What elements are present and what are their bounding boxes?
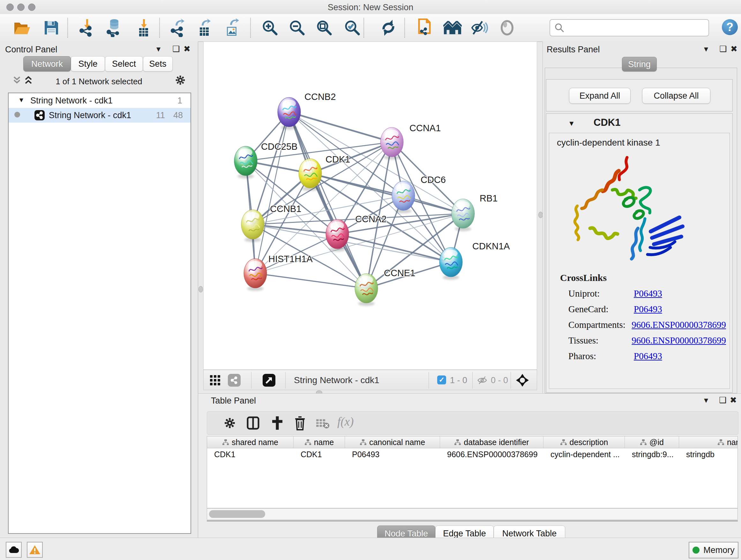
tab-network[interactable]: Network [23,56,71,71]
toolbar-search[interactable] [549,19,709,37]
panel-float-icon[interactable]: ▾ [704,395,708,405]
table-horizontal-scrollbar[interactable] [207,508,738,520]
node-HIST1H1A[interactable] [244,259,267,291]
column-header-description[interactable]: description [543,436,625,448]
open-in-window-icon[interactable] [263,374,275,387]
panel-maximize-icon[interactable]: ❑ [719,44,727,54]
tab-select[interactable]: Select [105,56,143,71]
edge-HIST1H1A-CCNE1[interactable] [255,273,366,288]
help-icon[interactable]: ? [722,19,738,35]
table-cell[interactable]: stringdb:9... [625,448,679,460]
share-view-icon[interactable] [228,374,241,387]
import-database-icon[interactable] [105,18,124,38]
memory-button[interactable]: Memory [689,542,738,558]
zoom-selected-icon[interactable] [343,18,361,38]
node-label-CCNA1: CCNA1 [409,123,441,133]
column-header-canonical-name[interactable]: canonical name [345,436,440,448]
panel-maximize-icon[interactable]: ❑ [719,395,726,405]
panel-close-icon[interactable]: ✖ [730,395,737,405]
network-options-gear-icon[interactable] [175,75,186,85]
edge-CCNB2-HIST1H1A[interactable] [255,112,289,273]
panel-close-icon[interactable]: ✖ [731,44,738,54]
show-columns-icon[interactable] [247,416,259,430]
export-image-icon[interactable] [223,18,242,38]
function-builder-icon[interactable]: f(x) [337,415,354,428]
splitter-handle[interactable] [199,286,203,293]
selected-checkbox-icon[interactable]: ✓ [437,375,446,384]
crosslink-value-link[interactable]: 9606.ENSP00000378699 [631,335,726,346]
zoom-fit-icon[interactable] [315,18,333,38]
splitter-handle[interactable] [538,212,543,218]
export-network-icon[interactable] [169,18,188,38]
section-expander-icon[interactable]: ▼ [568,119,575,128]
node-CCNB2[interactable] [278,98,300,130]
network-row-selected[interactable]: String Network - cdk1 11 48 [9,108,191,123]
expand-all-label: Expand All [580,91,620,101]
import-network-icon[interactable] [78,18,96,38]
zoom-out-icon[interactable] [288,18,307,38]
table-cell[interactable]: CDK1 [207,448,293,460]
column-header-name[interactable]: name [293,436,345,448]
node-CDC6[interactable] [392,181,415,213]
toolbar-separator [250,18,251,38]
refresh-icon[interactable] [379,18,398,38]
network-view-toolbar: String Network - cdk1 ✓ 1 - 0 0 - 0 [203,370,537,390]
table-cell[interactable]: P06493 [345,448,440,460]
expand-all-button[interactable]: Expand All [569,88,630,104]
share-document-icon[interactable] [415,18,434,38]
warning-status-button[interactable] [27,542,43,558]
column-header-database-identifier[interactable]: database identifier [440,436,543,448]
grid-view-icon[interactable] [209,374,221,386]
collection-expander-icon[interactable]: ▼ [18,97,24,104]
import-table-icon[interactable] [134,18,152,38]
status-bar: Memory [0,538,741,560]
table-cell[interactable]: cyclin-dependent ... [543,448,625,460]
panel-float-icon[interactable]: ▾ [704,44,708,54]
node-CDKN1A[interactable] [440,247,462,280]
crosslink-row: Tissues:9606.ENSP00000378699 [568,335,726,346]
panel-close-icon[interactable]: ✖ [184,44,191,54]
tab-string[interactable]: String [622,57,657,71]
save-session-icon[interactable] [42,18,61,38]
add-column-icon[interactable] [271,416,284,430]
crosslink-value-link[interactable]: 9606.ENSP00000378699 [631,320,726,330]
network-collection-row[interactable]: ▼ String Network - cdk1 1 [9,93,191,108]
column-header-namespace[interactable]: namespace [679,436,738,448]
tab-sets[interactable]: Sets [143,56,173,71]
crosslink-value-link[interactable]: P06493 [634,304,662,314]
delete-table-icon[interactable] [316,419,330,429]
edge-CCNA1-CDK1[interactable] [310,142,392,173]
node-CDC25B[interactable] [234,146,257,179]
collapse-all-button[interactable]: Collapse All [642,88,711,104]
table-options-gear-icon[interactable] [224,417,236,429]
node-CCNE1[interactable] [355,273,378,306]
tab-style[interactable]: Style [71,56,105,71]
table-cell[interactable]: 9606.ENSP00000378699 [440,448,543,460]
table-cell[interactable]: CDK1 [293,448,345,460]
crosslink-value-link[interactable]: P06493 [634,288,662,299]
crosslink-value-link[interactable]: P06493 [634,351,662,361]
export-table-icon[interactable] [195,18,214,38]
edge-CCNB2-CCNA1[interactable] [289,112,392,142]
node-CCNB1[interactable] [241,210,264,242]
network-graph[interactable]: CCNB2CCNA1CDC25BCDK1CDC6RB1CCNB1CCNA2CDK… [204,42,537,369]
panel-float-icon[interactable]: ▾ [156,44,160,54]
column-header-shared-name[interactable]: shared name [207,436,293,448]
open-folder-icon[interactable] [13,18,31,38]
hide-selected-eye-icon[interactable] [470,18,488,38]
table-cell[interactable]: stringdb [679,448,738,460]
zoom-in-icon[interactable] [261,18,279,38]
search-input[interactable] [565,21,709,35]
hidden-eye-icon[interactable] [477,376,488,385]
birdseye-crosshair-icon[interactable] [516,374,529,387]
table-row[interactable]: CDK1CDK1P064939606.ENSP00000378699cyclin… [207,448,738,460]
cloud-status-button[interactable] [6,542,22,558]
network-canvas[interactable]: CCNB2CCNA1CDC25BCDK1CDC6RB1CCNB1CCNA2CDK… [203,42,537,370]
first-neighbors-icon[interactable] [443,18,462,38]
panel-maximize-icon[interactable]: ❑ [172,44,180,54]
show-all-eye-icon[interactable] [498,18,516,38]
column-header--id[interactable]: @id [625,436,679,448]
delete-column-trash-icon[interactable] [294,416,306,430]
scrollbar-thumb[interactable] [209,510,265,518]
node-RB1[interactable] [452,199,475,231]
